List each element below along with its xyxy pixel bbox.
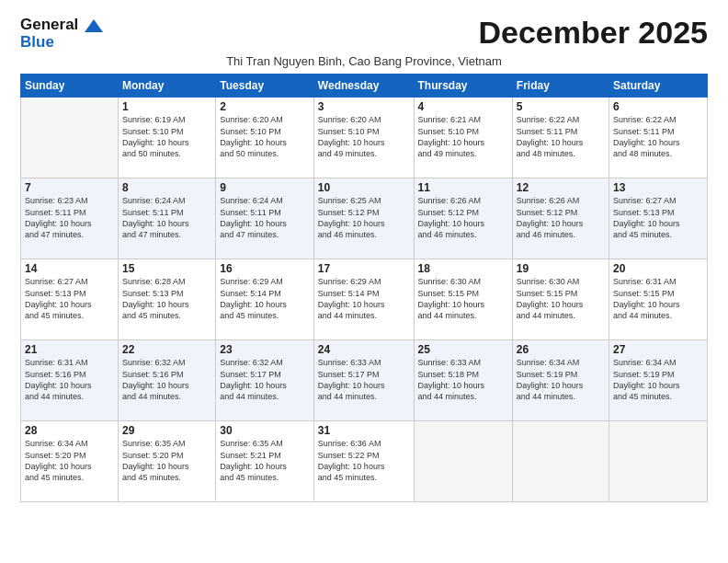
- calendar-cell: 3Sunrise: 6:20 AM Sunset: 5:10 PM Daylig…: [313, 98, 414, 178]
- day-info: Sunrise: 6:20 AM Sunset: 5:10 PM Dayligh…: [220, 114, 310, 159]
- day-info: Sunrise: 6:35 AM Sunset: 5:21 PM Dayligh…: [220, 438, 310, 483]
- col-header-monday: Monday: [119, 75, 216, 98]
- day-number: 9: [220, 181, 310, 194]
- calendar-table: SundayMondayTuesdayWednesdayThursdayFrid…: [20, 74, 708, 502]
- day-info: Sunrise: 6:32 AM Sunset: 5:17 PM Dayligh…: [220, 357, 310, 402]
- day-info: Sunrise: 6:29 AM Sunset: 5:14 PM Dayligh…: [318, 276, 410, 321]
- day-info: Sunrise: 6:28 AM Sunset: 5:13 PM Dayligh…: [122, 276, 211, 321]
- day-number: 28: [25, 424, 114, 437]
- calendar-cell: 6Sunrise: 6:22 AM Sunset: 5:11 PM Daylig…: [609, 98, 708, 178]
- col-header-tuesday: Tuesday: [216, 75, 314, 98]
- logo: General Blue: [20, 17, 103, 51]
- calendar-cell: 28Sunrise: 6:34 AM Sunset: 5:20 PM Dayli…: [21, 421, 119, 502]
- calendar-cell: 5Sunrise: 6:22 AM Sunset: 5:11 PM Daylig…: [512, 98, 609, 178]
- day-number: 11: [418, 181, 508, 194]
- day-info: Sunrise: 6:20 AM Sunset: 5:10 PM Dayligh…: [318, 114, 410, 159]
- calendar-cell: 27Sunrise: 6:34 AM Sunset: 5:19 PM Dayli…: [609, 340, 708, 421]
- calendar-cell: [609, 421, 708, 502]
- day-number: 16: [220, 262, 310, 275]
- day-number: 3: [318, 100, 410, 113]
- calendar-cell: 11Sunrise: 6:26 AM Sunset: 5:12 PM Dayli…: [414, 178, 512, 259]
- day-info: Sunrise: 6:36 AM Sunset: 5:22 PM Dayligh…: [318, 438, 410, 483]
- calendar-cell: 26Sunrise: 6:34 AM Sunset: 5:19 PM Dayli…: [512, 340, 609, 421]
- calendar-cell: 1Sunrise: 6:19 AM Sunset: 5:10 PM Daylig…: [119, 98, 216, 178]
- calendar-cell: 13Sunrise: 6:27 AM Sunset: 5:13 PM Dayli…: [609, 178, 708, 259]
- calendar-cell: 9Sunrise: 6:24 AM Sunset: 5:11 PM Daylig…: [216, 178, 314, 259]
- day-number: 30: [220, 424, 310, 437]
- day-number: 26: [517, 343, 605, 356]
- calendar-cell: 14Sunrise: 6:27 AM Sunset: 5:13 PM Dayli…: [21, 259, 119, 340]
- calendar-cell: 8Sunrise: 6:24 AM Sunset: 5:11 PM Daylig…: [119, 178, 216, 259]
- day-number: 12: [517, 181, 605, 194]
- calendar-cell: [512, 421, 609, 502]
- day-number: 13: [613, 181, 703, 194]
- day-info: Sunrise: 6:26 AM Sunset: 5:12 PM Dayligh…: [418, 195, 508, 240]
- day-info: Sunrise: 6:19 AM Sunset: 5:10 PM Dayligh…: [122, 114, 211, 159]
- col-header-sunday: Sunday: [21, 75, 119, 98]
- day-info: Sunrise: 6:27 AM Sunset: 5:13 PM Dayligh…: [25, 276, 114, 321]
- day-number: 21: [25, 343, 114, 356]
- day-info: Sunrise: 6:31 AM Sunset: 5:15 PM Dayligh…: [613, 276, 703, 321]
- day-info: Sunrise: 6:31 AM Sunset: 5:16 PM Dayligh…: [25, 357, 114, 402]
- day-number: 18: [418, 262, 508, 275]
- calendar-cell: 21Sunrise: 6:31 AM Sunset: 5:16 PM Dayli…: [21, 340, 119, 421]
- day-info: Sunrise: 6:30 AM Sunset: 5:15 PM Dayligh…: [517, 276, 605, 321]
- day-number: 24: [318, 343, 410, 356]
- calendar-cell: 23Sunrise: 6:32 AM Sunset: 5:17 PM Dayli…: [216, 340, 314, 421]
- calendar-cell: [21, 98, 119, 178]
- calendar-week-row: 1Sunrise: 6:19 AM Sunset: 5:10 PM Daylig…: [21, 98, 708, 178]
- day-number: 6: [613, 100, 703, 113]
- col-header-saturday: Saturday: [609, 75, 708, 98]
- day-number: 29: [122, 424, 211, 437]
- col-header-thursday: Thursday: [414, 75, 512, 98]
- calendar-cell: 22Sunrise: 6:32 AM Sunset: 5:16 PM Dayli…: [119, 340, 216, 421]
- calendar-cell: 15Sunrise: 6:28 AM Sunset: 5:13 PM Dayli…: [119, 259, 216, 340]
- day-number: 15: [122, 262, 211, 275]
- calendar-cell: 30Sunrise: 6:35 AM Sunset: 5:21 PM Dayli…: [216, 421, 314, 502]
- day-info: Sunrise: 6:21 AM Sunset: 5:10 PM Dayligh…: [418, 114, 508, 159]
- col-header-wednesday: Wednesday: [313, 75, 414, 98]
- day-number: 17: [318, 262, 410, 275]
- calendar-cell: 2Sunrise: 6:20 AM Sunset: 5:10 PM Daylig…: [216, 98, 314, 178]
- calendar-cell: 4Sunrise: 6:21 AM Sunset: 5:10 PM Daylig…: [414, 98, 512, 178]
- day-number: 5: [517, 100, 605, 113]
- day-info: Sunrise: 6:22 AM Sunset: 5:11 PM Dayligh…: [613, 114, 703, 159]
- col-header-friday: Friday: [512, 75, 609, 98]
- calendar-cell: 16Sunrise: 6:29 AM Sunset: 5:14 PM Dayli…: [216, 259, 314, 340]
- day-info: Sunrise: 6:27 AM Sunset: 5:13 PM Dayligh…: [613, 195, 703, 240]
- calendar-cell: 31Sunrise: 6:36 AM Sunset: 5:22 PM Dayli…: [313, 421, 414, 502]
- day-number: 2: [220, 100, 310, 113]
- day-info: Sunrise: 6:24 AM Sunset: 5:11 PM Dayligh…: [122, 195, 211, 240]
- day-info: Sunrise: 6:30 AM Sunset: 5:15 PM Dayligh…: [418, 276, 508, 321]
- day-info: Sunrise: 6:33 AM Sunset: 5:18 PM Dayligh…: [418, 357, 508, 402]
- day-number: 4: [418, 100, 508, 113]
- calendar-cell: 18Sunrise: 6:30 AM Sunset: 5:15 PM Dayli…: [414, 259, 512, 340]
- calendar-header-row: SundayMondayTuesdayWednesdayThursdayFrid…: [21, 75, 708, 98]
- day-info: Sunrise: 6:34 AM Sunset: 5:20 PM Dayligh…: [25, 438, 114, 483]
- day-number: 20: [613, 262, 703, 275]
- day-number: 8: [122, 181, 211, 194]
- day-info: Sunrise: 6:35 AM Sunset: 5:20 PM Dayligh…: [122, 438, 211, 483]
- day-number: 10: [318, 181, 410, 194]
- page: General Blue December 2025 Thi Tran Nguy…: [0, 0, 728, 563]
- subtitle: Thi Tran Nguyen Binh, Cao Bang Province,…: [20, 54, 708, 68]
- logo-icon: [85, 19, 103, 32]
- calendar-week-row: 28Sunrise: 6:34 AM Sunset: 5:20 PM Dayli…: [21, 421, 708, 502]
- header: General Blue December 2025: [20, 17, 708, 51]
- day-number: 14: [25, 262, 114, 275]
- day-info: Sunrise: 6:29 AM Sunset: 5:14 PM Dayligh…: [220, 276, 310, 321]
- calendar-week-row: 14Sunrise: 6:27 AM Sunset: 5:13 PM Dayli…: [21, 259, 708, 340]
- day-info: Sunrise: 6:34 AM Sunset: 5:19 PM Dayligh…: [613, 357, 703, 402]
- calendar-cell: [414, 421, 512, 502]
- day-number: 22: [122, 343, 211, 356]
- day-info: Sunrise: 6:26 AM Sunset: 5:12 PM Dayligh…: [517, 195, 605, 240]
- logo-general: General: [20, 16, 78, 33]
- day-number: 25: [418, 343, 508, 356]
- month-title: December 2025: [478, 17, 708, 48]
- day-info: Sunrise: 6:33 AM Sunset: 5:17 PM Dayligh…: [318, 357, 410, 402]
- day-number: 7: [25, 181, 114, 194]
- calendar-cell: 20Sunrise: 6:31 AM Sunset: 5:15 PM Dayli…: [609, 259, 708, 340]
- day-info: Sunrise: 6:24 AM Sunset: 5:11 PM Dayligh…: [220, 195, 310, 240]
- calendar-cell: 24Sunrise: 6:33 AM Sunset: 5:17 PM Dayli…: [313, 340, 414, 421]
- day-info: Sunrise: 6:23 AM Sunset: 5:11 PM Dayligh…: [25, 195, 114, 240]
